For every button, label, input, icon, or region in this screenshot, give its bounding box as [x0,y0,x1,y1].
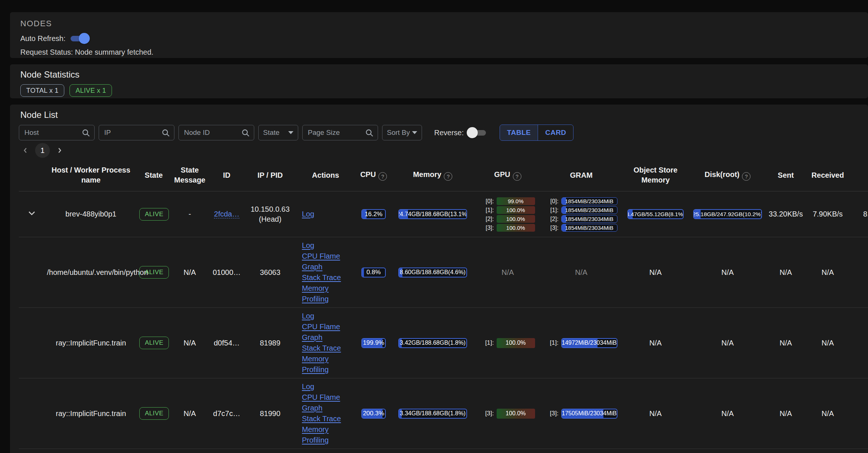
na-value: N/A [649,409,661,418]
gpu-entry: [1]:100.0% [481,206,535,214]
node-name: ray::ImplicitFunc.train [56,339,126,347]
col-header-received: Received [807,159,848,191]
reverse-label: Reverse: [434,129,464,137]
ip-filter [99,125,174,140]
sort-by-select[interactable]: Sort By [382,125,422,140]
toggle-knob [79,33,90,44]
column-label: Actions [312,171,339,179]
col-header-object_store: Object Store Memory [620,159,691,191]
col-header-cpu: CPU? [355,159,392,191]
auto-refresh-toggle[interactable] [69,32,91,45]
action-link-log[interactable]: Log [302,381,314,392]
node-list-panel: Node List State [10,105,868,453]
gram-usage-bar: 17505MiB/23034MiB [561,409,617,419]
chevron-down-icon [26,208,37,219]
received-value: N/A [821,339,834,347]
gpu-slot-label: [0]: [481,198,494,205]
action-link-stack-trace[interactable]: Stack Trace [302,272,341,283]
node-id-link[interactable]: 2fcda… [214,210,239,218]
action-link-stack-trace[interactable]: Stack Trace [302,343,341,354]
column-label: Object Store Memory [634,166,678,184]
gpu-slot-label: [1]: [481,207,494,214]
action-link-log[interactable]: Log [302,209,314,219]
page-size-input[interactable] [307,128,364,137]
request-status: Request Status: Node summary fetched. [20,48,868,57]
logical-resources-value: 8.0/8. [863,210,868,218]
gpu-utilization-bar: 100.0% [497,338,535,348]
reverse-toggle[interactable] [466,126,487,139]
node-statistics-chips: TOTAL x 1 ALIVE x 1 [20,84,868,97]
action-link-memory-profiling[interactable]: Memory Profiling [302,283,353,304]
card-view-button[interactable]: CARD [538,125,573,140]
gram-usage-bar: 14972MiB/23034MiB [561,338,617,348]
toggle-knob [467,127,478,138]
gram-usage-bar: 1854MiB/23034MiB [561,206,617,214]
node-name: /home/ubuntu/.venv/bin/python [47,268,148,276]
action-link-stack-trace[interactable]: Stack Trace [302,413,341,424]
table-view-button[interactable]: TABLE [500,125,538,140]
na-value: N/A [721,268,733,276]
page-title: NODES [20,19,868,28]
disk-usage-bar: 25.18GB/247.92GB(10.2%) [693,209,762,219]
pagination-page-current[interactable]: 1 [35,143,50,158]
sent-value: N/A [780,339,792,347]
node-table-row: ray::ImplicitFunc.trainALIVEN/Ad0f54…819… [19,308,868,378]
gpu-entry: [3]:100.0% [481,409,535,419]
col-header-name: Host / Worker Process name [45,159,137,191]
col-header-sent: Sent [765,159,807,191]
action-link-cpu-flame-graph[interactable]: CPU Flame Graph [302,321,353,343]
column-label: CPU [360,170,376,178]
status-badge: ALIVE [139,337,169,349]
gram-usage-bar: 1854MiB/23034MiB [561,224,617,232]
node-table-row: ray::ImplicitFunc.trainALIVEN/A2a6cb…819… [19,449,868,453]
column-label: State [145,171,163,179]
action-link-cpu-flame-graph[interactable]: CPU Flame Graph [302,251,353,272]
col-header-id: ID [209,159,244,191]
column-label: ID [223,171,231,179]
node-id-filter-input[interactable] [183,128,240,137]
column-label: GPU [494,170,510,178]
worker-pid: 81989 [260,339,280,347]
state-filter-select[interactable]: State [258,125,298,140]
column-label: Disk(root) [705,170,739,178]
pagination-prev-button[interactable] [21,146,30,155]
state-message: N/A [184,339,196,347]
gpu-utilization-bar: 99.0% [497,197,535,205]
host-filter-input[interactable] [24,128,80,137]
gpu-entry: [0]:99.0% [481,197,535,205]
search-icon [81,128,91,139]
gram-slot-label: [1]: [545,207,559,214]
node-table: Host / Worker Process nameStateState Mes… [19,159,868,453]
node-table-row: ray::ImplicitFunc.trainALIVEN/Ad7c7c…819… [19,378,868,449]
action-link-cpu-flame-graph[interactable]: CPU Flame Graph [302,392,353,413]
pagination-next-button[interactable] [55,146,64,155]
worker-pid: 36063 [260,268,280,276]
col-header-gram: GRAM [542,159,620,191]
col-header-disk: Disk(root)? [691,159,765,191]
action-link-memory-profiling[interactable]: Memory Profiling [302,424,353,446]
cpu-usage-bar: 0.8% [361,268,386,277]
ray-dashboard-nodes-page: NODES Auto Refresh: Request Status: Node… [0,0,868,453]
ip-filter-input[interactable] [103,128,160,137]
gpu-list: [0]:99.0%[1]:100.0%[2]:100.0%[3]:100.0% [481,197,535,232]
status-badge: ALIVE [139,266,169,279]
action-link-memory-profiling[interactable]: Memory Profiling [302,354,353,375]
na-value: N/A [649,339,661,347]
worker-id: d0f54… [214,339,239,347]
gram-entry: [0]:1854MiB/23034MiB [545,197,617,205]
node-statistics-title: Node Statistics [20,69,868,80]
gpu-slot-label: [1]: [481,339,494,347]
column-label: Received [811,171,844,179]
col-header-gpu: GPU? [473,159,542,191]
action-link-log[interactable]: Log [302,311,314,321]
nodes-summary-panel: NODES Auto Refresh: Request Status: Node… [10,12,868,58]
action-link-log[interactable]: Log [302,240,314,251]
worker-pid: 81990 [260,409,280,418]
gram-slot-label: [0]: [545,198,559,205]
expand-row-button[interactable] [26,208,37,220]
received-value: N/A [821,268,834,276]
sent-value: N/A [780,409,792,418]
caret-down-icon [412,131,417,134]
na-value: N/A [501,268,514,276]
cpu-usage-bar: 199.9% [361,338,386,348]
